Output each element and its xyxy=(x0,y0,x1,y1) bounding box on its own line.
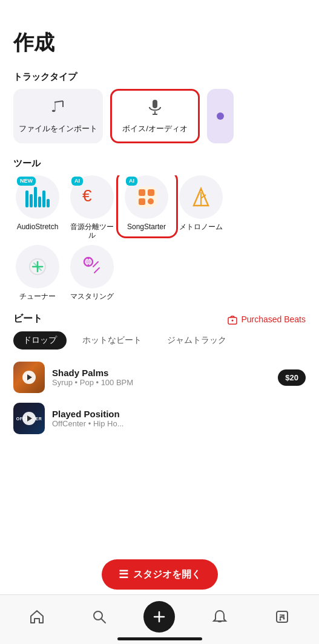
tool-metronome[interactable]: メトロノーム xyxy=(177,175,225,240)
beat-price-shady-palms[interactable]: $20 xyxy=(278,369,306,386)
tool-audiostretch[interactable]: NEW AudioStretch xyxy=(13,175,62,240)
svg-rect-10 xyxy=(148,189,154,196)
tool-mastering[interactable]: マスタリング xyxy=(68,245,116,301)
play-icon xyxy=(22,371,36,384)
songstarter-icon xyxy=(135,186,158,209)
mastering-label: マスタリング xyxy=(70,292,114,301)
songstarter-label: SongStarter xyxy=(127,223,166,231)
studio-button-label: スタジオを開く xyxy=(133,568,201,581)
svg-rect-32 xyxy=(277,611,288,622)
bottom-nav xyxy=(0,594,319,644)
beat-title-played-position: Played Position xyxy=(52,409,306,419)
purchased-beats-link[interactable]: Purchased Beats xyxy=(227,314,306,325)
file-import-label: ファイルをインポート xyxy=(19,123,97,134)
svg-line-24 xyxy=(93,262,98,267)
beat-info-played-position: Played Position OffCenter • Hip Ho... xyxy=(52,409,306,428)
play-icon-2 xyxy=(22,412,36,425)
track-type-row: ♩ ファイルをインポート ボイス/オーディオ xyxy=(0,89,319,153)
track-type-section-label: トラックタイプ xyxy=(0,67,319,89)
svg-rect-11 xyxy=(139,198,145,205)
svg-rect-9 xyxy=(139,189,145,196)
home-icon xyxy=(29,609,45,625)
separation-label: 音源分離ツール xyxy=(68,223,116,240)
svg-line-29 xyxy=(101,619,105,623)
search-icon xyxy=(91,609,107,625)
tools-grid-row1: NEW AudioStretch AI € xyxy=(0,175,319,245)
audiostretch-label: AudioStretch xyxy=(17,223,59,231)
beat-tab-drop[interactable]: ドロップ xyxy=(13,331,67,350)
mic-icon xyxy=(146,99,163,120)
tools-grid-row2: チューナー マスタリング xyxy=(0,245,319,310)
beat-thumb-bg-offcenter: OFCENTER xyxy=(13,403,45,434)
page-container: 作成 トラックタイプ ♩ ファイルをインポート xyxy=(0,0,319,644)
svg-rect-23 xyxy=(86,260,91,264)
ai-badge-songstarter: AI xyxy=(126,177,137,186)
metronome-label: メトロノーム xyxy=(179,223,223,231)
beat-sub-shady-palms: Syrup • Pop • 100 BPM xyxy=(52,378,271,387)
beat-title-shady-palms: Shady Palms xyxy=(52,368,271,378)
svg-point-12 xyxy=(148,198,154,204)
home-indicator-bar xyxy=(117,637,202,640)
svg-line-25 xyxy=(94,268,99,273)
beat-thumb-bg xyxy=(13,362,45,393)
track-card-voice-audio[interactable]: ボイス/オーディオ xyxy=(110,89,200,143)
tool-songstarter[interactable]: AI SongStarter xyxy=(122,175,171,240)
svg-rect-3 xyxy=(153,100,157,108)
studio-open-button[interactable]: ☰ スタジオを開く xyxy=(102,559,218,590)
beat-item-played-position[interactable]: OFCENTER Played Position OffCenter • Hip… xyxy=(0,398,319,439)
voice-audio-label: ボイス/オーディオ xyxy=(122,123,188,134)
audiostretch-icon xyxy=(25,187,50,207)
bell-icon xyxy=(212,609,228,625)
separation-icon: € xyxy=(81,184,103,210)
tuner-icon-wrap xyxy=(16,245,59,288)
play-triangle xyxy=(27,374,32,380)
beat-item-shady-palms[interactable]: Shady Palms Syrup • Pop • 100 BPM $20 xyxy=(0,357,319,398)
audiostretch-icon-wrap: NEW xyxy=(16,175,59,219)
play-triangle-2 xyxy=(27,415,32,421)
list-icon: ☰ xyxy=(119,568,128,581)
beat-tabs: ドロップ ホットなビート ジャムトラック xyxy=(0,331,319,357)
tuner-label: チューナー xyxy=(19,292,56,301)
svg-point-6 xyxy=(217,112,224,120)
metronome-icon-wrap xyxy=(179,175,223,219)
svg-point-27 xyxy=(232,319,234,321)
separation-icon-wrap: AI € xyxy=(70,175,114,219)
bottom-nav-items xyxy=(0,595,319,635)
nav-item-search[interactable] xyxy=(82,607,117,627)
mastering-icon xyxy=(81,256,103,278)
track-card-file-import[interactable]: ♩ ファイルをインポート xyxy=(13,89,103,143)
tools-section-label: ツール xyxy=(0,153,319,175)
nav-item-notifications[interactable] xyxy=(202,607,237,627)
new-badge: NEW xyxy=(17,177,36,186)
tool-tuner[interactable]: チューナー xyxy=(13,245,62,301)
beat-info-shady-palms: Shady Palms Syrup • Pop • 100 BPM xyxy=(52,368,271,387)
page-title: 作成 xyxy=(0,0,319,67)
beats-section-label: ビート xyxy=(13,313,42,325)
beats-header: ビート Purchased Beats xyxy=(0,310,319,331)
svg-point-36 xyxy=(283,618,284,620)
nav-item-create[interactable] xyxy=(143,601,175,633)
bag-icon xyxy=(227,314,238,325)
nav-item-library[interactable] xyxy=(265,607,300,627)
ai-badge-separation: AI xyxy=(71,177,83,186)
songstarter-icon-wrap: AI xyxy=(125,175,168,219)
tool-separation[interactable]: AI € 音源分離ツール xyxy=(68,175,116,240)
beat-thumb-played-position: OFCENTER xyxy=(13,403,45,434)
beat-thumb-shady-palms xyxy=(13,362,45,393)
beat-tab-hot[interactable]: ホットなビート xyxy=(73,331,151,350)
metronome-icon xyxy=(190,186,212,208)
nav-item-home[interactable] xyxy=(19,607,54,627)
tuner-icon xyxy=(27,256,48,278)
mastering-icon-wrap xyxy=(70,245,114,288)
beat-tab-jam[interactable]: ジャムトラック xyxy=(157,331,236,350)
music-note-icon: ♩ xyxy=(50,99,67,120)
track-card-partial[interactable] xyxy=(207,89,234,143)
music-library-icon xyxy=(274,609,290,625)
svg-point-35 xyxy=(279,619,281,621)
beat-sub-played-position: OffCenter • Hip Ho... xyxy=(52,419,306,428)
plus-icon xyxy=(152,610,166,624)
svg-text:€: € xyxy=(82,186,92,205)
purchased-beats-label: Purchased Beats xyxy=(241,314,306,324)
